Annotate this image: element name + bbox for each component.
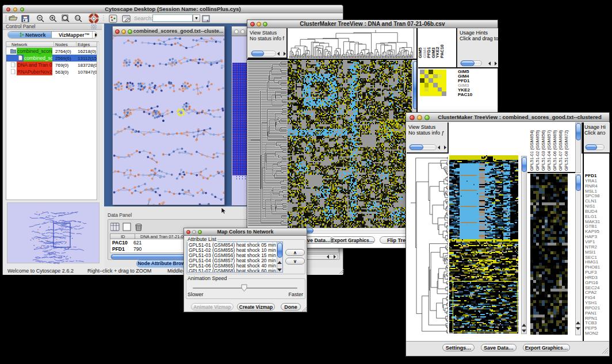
svg-text:GPL51-08 (GSM872): GPL51-08 (GSM872) [564, 130, 569, 171]
svg-text:GPL51-06 (GSM865): GPL51-06 (GSM865) [552, 130, 557, 171]
svg-text:1:1: 1:1 [76, 16, 80, 20]
svg-text:GPL51-02 (GSM855): GPL51-02 (GSM855) [535, 130, 540, 171]
svg-text:PAC10: PAC10 [439, 44, 445, 58]
svg-text:GPL51-07 (GSM868): GPL51-07 (GSM868) [558, 130, 563, 171]
svg-text:GPL51-04 (GSM857): GPL51-04 (GSM857) [546, 130, 552, 171]
svg-text:GPL51-03 (GSM856): GPL51-03 (GSM856) [541, 130, 546, 171]
svg-text:Search:: Search: [134, 15, 153, 21]
svg-text:GPL51-01 (GSM854): GPL51-01 (GSM854) [529, 130, 534, 171]
